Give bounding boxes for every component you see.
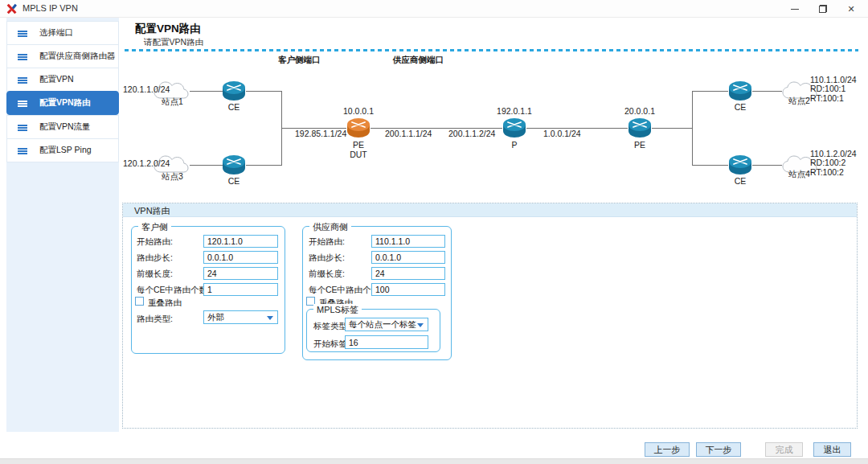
provider-route-step-input[interactable]: [371, 251, 445, 264]
sidebar-item-config-vpn[interactable]: 配置VPN: [6, 68, 119, 92]
link-line: [752, 165, 782, 166]
link-line: [752, 91, 782, 92]
pe-dut-ip-label: 10.0.0.1: [341, 107, 376, 116]
pe2-name-label: PE: [628, 141, 652, 150]
link-line: [190, 165, 223, 166]
customer-prefix-length-input[interactable]: [203, 267, 278, 280]
chevron-down-icon: [267, 316, 273, 320]
next-step-button[interactable]: 下一步: [696, 442, 741, 457]
site2-rd-label: RD:100:1: [810, 84, 845, 93]
menu-icon: [18, 148, 27, 150]
provider-routes-per-ce-input[interactable]: [371, 283, 445, 296]
page-title: 配置VPN路由: [135, 22, 201, 36]
customer-route-type-select[interactable]: 外部: [203, 310, 278, 324]
window-title: MPLS IP VPN: [23, 3, 78, 13]
provider-start-route-input[interactable]: [371, 235, 445, 248]
sidebar-item-config-lsp-ping[interactable]: 配置LSP Ping: [6, 138, 119, 162]
ce1-router-icon: [222, 80, 246, 102]
status-bar: [0, 458, 868, 464]
customer-routes-per-ce-label: 每个CE中路由个数:: [137, 285, 210, 296]
provider-side-legend: 供应商侧: [309, 221, 351, 233]
customer-overlap-route-checkbox[interactable]: [135, 297, 144, 306]
link-line: [246, 91, 282, 92]
link-pe-p-ip2-label: 200.1.1.2/24: [448, 129, 495, 138]
sidebar-item-config-vpn-route[interactable]: 配置VPN路由: [6, 91, 119, 115]
site4-rd-label: RD:100:2: [810, 158, 845, 167]
pe-dut-dut-label: DUT: [346, 150, 371, 159]
minimize-button[interactable]: [782, 0, 808, 18]
site2-rt-label: RT:100:1: [810, 94, 844, 103]
ce3-router-icon: [728, 80, 752, 102]
site3-ip-label: 120.1.2.0/24: [123, 159, 170, 168]
maximize-button[interactable]: [810, 0, 836, 18]
provider-route-step-label: 路由步长:: [309, 253, 345, 264]
site1-ip-label: 120.1.1.0/24: [123, 85, 170, 94]
ce1-label: CE: [222, 103, 246, 112]
vpn-route-panel-title: VPN路由: [134, 205, 170, 217]
customer-start-route-label: 开始路由:: [137, 236, 173, 248]
provider-start-route-label: 开始路由:: [309, 236, 345, 248]
pe2-router-icon: [628, 117, 652, 139]
p-router-icon: [502, 117, 526, 139]
link-pe-p-ip1-label: 200.1.1.1/24: [385, 129, 432, 138]
minimize-icon: [791, 9, 799, 10]
ce3-label: CE: [728, 103, 752, 112]
customer-route-type-label: 路由类型:: [137, 314, 173, 325]
customer-routes-per-ce-input[interactable]: [203, 283, 278, 296]
provider-port-header: 供应商侧端口: [393, 55, 444, 64]
p-ip-label: 192.0.1.1: [497, 107, 532, 116]
title-bar: MPLS IP VPN ✕: [0, 0, 868, 18]
link-line: [693, 165, 728, 166]
ce2-label: CE: [222, 177, 246, 186]
exit-button[interactable]: 退出: [813, 442, 851, 457]
previous-step-button[interactable]: 上一步: [645, 442, 690, 457]
mpls-label-legend: MPLS标签: [313, 304, 362, 316]
link-line: [652, 128, 693, 129]
sidebar: 选择端口 配置供应商侧路由器 配置VPN 配置VPN路由 配置VPN流量 配置L…: [6, 18, 119, 432]
finish-button: 完成: [765, 442, 803, 457]
menu-icon: [18, 125, 27, 126]
link-line: [190, 91, 223, 92]
menu-icon: [18, 54, 27, 55]
customer-route-step-label: 路由步长:: [137, 253, 173, 264]
vpn-route-panel-header: VPN路由: [123, 203, 857, 217]
sidebar-item-config-provider-router[interactable]: 配置供应商侧路由器: [6, 44, 119, 68]
label-type-select[interactable]: 每个站点一个标签: [345, 318, 428, 331]
pe-dut-name-label: PE: [346, 141, 371, 150]
restore-icon: [819, 5, 827, 13]
customer-side-legend: 客户侧: [138, 221, 171, 233]
menu-icon: [18, 77, 27, 79]
provider-prefix-length-input[interactable]: [371, 267, 445, 280]
sidebar-item-config-vpn-traffic[interactable]: 配置VPN流量: [6, 115, 119, 139]
customer-overlap-route-label: 重叠路由: [148, 298, 182, 309]
app-window: MPLS IP VPN ✕ 选择端口 配置供应商侧路由器 配置VPN 配置VPN…: [0, 0, 868, 464]
site4-name-label: 站点4: [788, 170, 810, 179]
customer-prefix-length-label: 前缀长度:: [137, 269, 173, 280]
dashed-separator: [125, 49, 858, 51]
pe2-ip-label: 20.0.0.1: [622, 107, 657, 116]
app-logo-icon: [6, 3, 18, 14]
pe-dut-router-icon: [346, 117, 371, 139]
ce2-router-icon: [222, 154, 246, 176]
sidebar-item-select-port[interactable]: 选择端口: [6, 21, 119, 45]
menu-icon: [18, 31, 27, 32]
start-label-input[interactable]: [345, 335, 428, 349]
link-line: [692, 91, 693, 166]
site4-rt-label: RT:100:2: [810, 168, 844, 177]
site2-name-label: 站点2: [788, 96, 810, 105]
customer-route-step-input[interactable]: [203, 251, 278, 264]
customer-start-route-input[interactable]: [203, 235, 278, 248]
customer-port-header: 客户侧端口: [278, 55, 321, 64]
page-subtitle: 请配置VPN路由: [144, 37, 203, 48]
site1-name-label: 站点1: [162, 97, 183, 106]
close-button[interactable]: ✕: [838, 0, 864, 18]
link-ce-pe-ip-label: 192.85.1.1/24: [295, 129, 346, 138]
provider-prefix-length-label: 前缀长度:: [309, 269, 345, 280]
p-name-label: P: [502, 141, 526, 150]
ce4-router-icon: [728, 154, 752, 176]
link-p-pe2-ip-label: 1.0.0.1/24: [543, 129, 581, 138]
link-line: [246, 165, 282, 166]
ce4-label: CE: [728, 177, 752, 186]
menu-icon: [18, 101, 27, 102]
link-line: [693, 91, 728, 92]
